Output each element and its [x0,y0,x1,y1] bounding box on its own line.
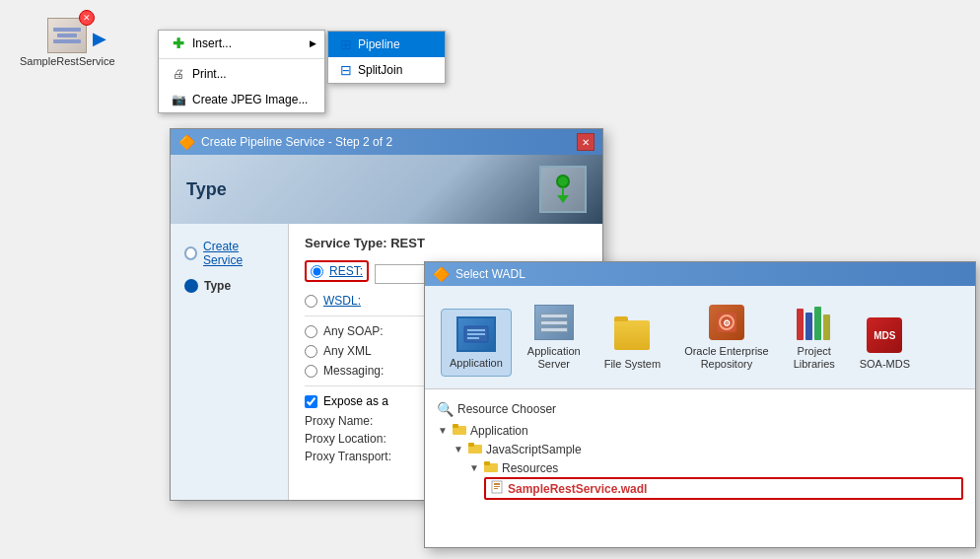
wadl-title: Select WADL [455,267,525,281]
svg-rect-24 [494,488,498,489]
svg-text:⚙: ⚙ [723,318,731,328]
app-server-label: Application Server [527,345,581,371]
oracle-label: Oracle Enterprise Repository [684,345,769,371]
tree-expand-resources[interactable]: ▼ [468,462,480,474]
application-label: Application [450,357,503,370]
pipeline-icon: ⊞ [340,36,352,52]
tree-folder-resources-icon [484,460,498,475]
svg-rect-11 [467,337,479,339]
dialog-titlebar: 🔶 Create Pipeline Service - Step 2 of 2 … [171,129,602,155]
expose-checkbox[interactable] [305,395,317,408]
wadl-icon-soa-mds[interactable]: MDS SOA-MDS [852,311,918,377]
nav-icon-type [184,279,198,293]
close-icon[interactable]: ✕ [79,10,95,26]
svg-rect-20 [484,461,490,465]
wadl-icon: 🔶 [433,266,450,282]
dialog-pipeline-icon: 🔶 [178,134,195,150]
wadl-file-icon [490,480,504,497]
svg-rect-10 [467,333,485,335]
svg-rect-22 [494,483,500,485]
context-menu: ✚ Insert... 🖨 Print... 📷 Create JPEG Ima… [158,30,325,113]
submenu: ⊞ Pipeline ⊟ SplitJoin [327,31,446,84]
svg-marker-2 [557,195,569,203]
wadl-icon-application[interactable]: Application [441,309,512,377]
service-node[interactable]: ✕ ▶ SampleRestService [20,18,115,67]
soa-icon: MDS [867,317,902,353]
file-system-label: File System [604,358,661,371]
service-type-label: Service Type: REST [305,236,587,250]
app-server-icon [534,305,574,340]
camera-icon: 📷 [171,92,186,107]
wadl-tree-area: 🔍 Resource Chooser ▼ Application ▼ [425,389,975,547]
radio-rest[interactable]: REST: [305,260,369,282]
wadl-icon-file-system[interactable]: File System [596,311,668,377]
green-plus-icon: ✚ [171,35,186,51]
menu-separator-1 [159,58,324,59]
soa-mds-label: SOA-MDS [860,358,910,371]
svg-rect-16 [453,424,458,428]
submenu-item-splitjoin[interactable]: ⊟ SplitJoin [328,57,445,83]
svg-rect-23 [494,486,500,487]
tree-item-wadl-file[interactable]: SampleRestService.wadl [484,477,963,500]
svg-rect-9 [467,329,485,331]
tree-folder-js-icon [468,442,482,456]
splitjoin-icon: ⊟ [340,62,352,78]
dialog-header-icon [539,166,587,213]
submenu-item-pipeline[interactable]: ⊞ Pipeline [328,32,445,57]
svg-point-0 [557,175,569,187]
dialog-header-title: Type [186,179,227,200]
service-node-label: SampleRestService [20,55,115,67]
menu-item-insert[interactable]: ✚ Insert... [159,31,324,56]
dialog-nav: Create Service Type [171,224,289,500]
project-lib-label: Project Libraries [794,345,835,371]
dialog-header-banner: Type [171,155,602,224]
oracle-icon: ⚙ [709,305,744,340]
tree-folder-root-icon [453,423,466,438]
nav-step-create-service[interactable]: Create Service [178,236,280,271]
search-icon: 🔍 [437,401,454,417]
tree-item-javascript-sample[interactable]: ▼ JavaScriptSample [453,440,963,458]
folder-icon [614,320,650,350]
menu-item-print[interactable]: 🖨 Print... [159,61,324,87]
resource-chooser-label: 🔍 Resource Chooser [437,397,963,421]
tree-expand-root[interactable]: ▼ [437,425,449,437]
tree-root[interactable]: ▼ Application [437,421,963,440]
wadl-icon-app-server[interactable]: Application Server [520,298,589,377]
dialog-pipeline-title: Create Pipeline Service - Step 2 of 2 [201,135,392,149]
wadl-icon-project-lib[interactable]: Project Libraries [785,298,844,377]
nav-icon-create-service [184,246,197,260]
svg-rect-18 [468,443,474,447]
arrow-icon: ▶ [93,28,106,49]
dialog-wadl: 🔶 Select WADL Application [424,261,976,548]
menu-item-create-jpeg[interactable]: 📷 Create JPEG Image... [159,87,324,112]
tree-expand-js[interactable]: ▼ [453,444,464,455]
books-icon [797,305,832,340]
wadl-titlebar: 🔶 Select WADL [425,262,975,286]
dialog-close-button[interactable]: ✕ [577,133,595,151]
radio-rest-input[interactable] [311,265,323,278]
application-icon [456,316,496,352]
wadl-icon-oracle[interactable]: ⚙ Oracle Enterprise Repository [676,298,777,377]
wadl-icons-row: Application Application Server File Syst… [425,286,975,389]
nav-step-type[interactable]: Type [178,275,280,297]
tree-item-resources[interactable]: ▼ Resources [468,458,963,477]
print-icon: 🖨 [171,66,186,82]
